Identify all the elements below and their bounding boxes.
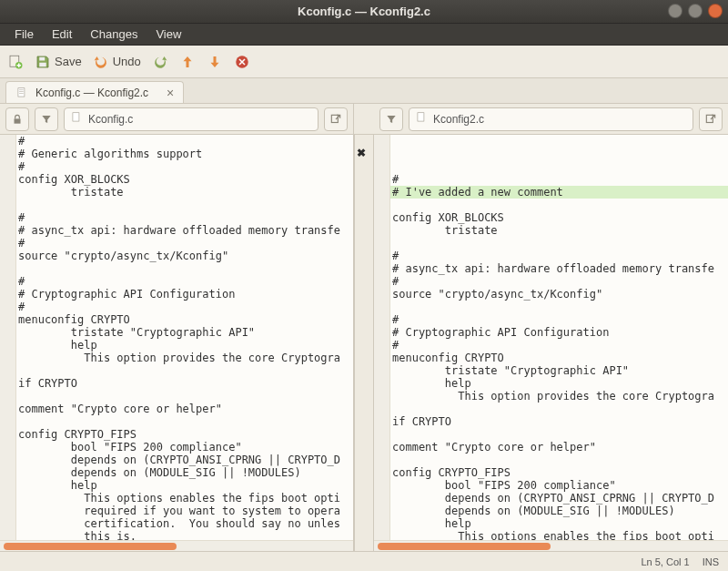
code-line: This option provides the core Cryptogra (16, 352, 353, 364)
pane-headers: Kconfig.c Kconfig2.c (0, 104, 728, 135)
code-line: depends on (MODULE_SIG || !MODULES) (16, 466, 353, 479)
titlebar: Kconfig.c — Kconfig2.c (0, 0, 728, 24)
code-line: menuconfig CRYPTO (390, 352, 728, 364)
code-line: tristate (390, 224, 728, 237)
code-line: help (390, 377, 728, 390)
code-line: This options enables the fips boot opti (390, 530, 728, 540)
cursor-position: Ln 5, Col 1 (641, 556, 689, 567)
svg-rect-7 (19, 91, 24, 92)
code-line: config XOR_BLOCKS (390, 211, 728, 224)
new-comparison-button[interactable] (7, 54, 24, 70)
mid-gutter: ✖ (354, 135, 374, 551)
code-line: certification. You should say no unles (16, 517, 353, 530)
code-line: config CRYPTO_FIPS (390, 466, 728, 479)
diff-panes: ## Generic algorithms support#config XOR… (0, 135, 728, 551)
save-button[interactable]: Save (35, 54, 82, 70)
left-hscroll[interactable] (0, 540, 353, 551)
stop-button[interactable] (234, 54, 250, 70)
left-filename: Kconfig.c (88, 113, 133, 126)
right-file-path[interactable]: Kconfig2.c (409, 107, 693, 131)
code-line (16, 364, 353, 377)
svg-rect-2 (39, 56, 45, 60)
code-line: # (16, 301, 353, 313)
document-icon (415, 111, 428, 127)
code-line: # (390, 339, 728, 352)
toolbar: Save Undo (0, 46, 728, 78)
right-gutter (374, 135, 390, 540)
left-code-lines: ## Generic algorithms support#config XOR… (16, 135, 353, 540)
insert-mode: INS (703, 556, 719, 567)
code-line: if CRYPTO (16, 377, 353, 390)
filter-button-left[interactable] (35, 107, 58, 131)
right-hscroll-thumb[interactable] (378, 543, 551, 550)
code-line (390, 403, 728, 415)
save-label: Save (55, 55, 82, 68)
code-line: this is. (16, 530, 353, 540)
statusbar: Ln 5, Col 1 INS (0, 551, 728, 571)
menu-file[interactable]: File (5, 25, 43, 43)
right-code-area[interactable]: ## I've added a new comment config XOR_B… (374, 135, 728, 551)
filter-button-right[interactable] (379, 107, 403, 131)
window-title: Kconfig.c — Kconfig2.c (0, 5, 728, 18)
undo-label: Undo (113, 55, 141, 68)
code-line: # (16, 275, 353, 288)
svg-rect-12 (418, 113, 424, 121)
svg-rect-9 (15, 118, 21, 123)
diff-reject-icon[interactable]: ✖ (357, 147, 366, 159)
tab-comparison[interactable]: Kconfig.c — Kconfig2.c × (5, 81, 184, 103)
open-external-left[interactable] (324, 107, 348, 131)
code-line (390, 237, 728, 250)
code-line: # (16, 211, 353, 224)
code-line: config XOR_BLOCKS (16, 173, 353, 186)
maximize-button[interactable] (688, 4, 703, 18)
document-icon (70, 111, 83, 127)
code-line: help (16, 479, 353, 492)
code-line: This options enables the fips boot opti (16, 492, 353, 505)
code-line: # Generic algorithms support (16, 148, 353, 160)
code-line: depends on (MODULE_SIG || !MODULES) (390, 505, 728, 517)
undo-button[interactable]: Undo (93, 54, 141, 70)
code-line: # async_tx api: hardware offloaded memor… (16, 224, 353, 237)
code-line: depends on (CRYPTO_ANSI_CPRNG || CRYPTO_… (390, 492, 728, 505)
code-line: tristate "Cryptographic API" (390, 364, 728, 377)
code-line: # (390, 313, 728, 326)
document-icon (15, 87, 28, 99)
code-line: tristate "Cryptographic API" (16, 326, 353, 339)
right-code-lines: ## I've added a new comment config XOR_B… (390, 135, 728, 540)
right-hscroll[interactable] (374, 540, 728, 551)
close-button[interactable] (708, 4, 723, 18)
code-line: # I've added a new comment (390, 186, 728, 199)
minimize-button[interactable] (668, 4, 682, 18)
code-line: This option provides the core Cryptogra (390, 390, 728, 403)
code-line: tristate (16, 186, 353, 199)
push-down-button[interactable] (207, 54, 223, 70)
redo-button[interactable] (152, 54, 168, 70)
tabbar: Kconfig.c — Kconfig2.c × (0, 78, 728, 104)
menu-edit[interactable]: Edit (43, 25, 81, 43)
left-hscroll-thumb[interactable] (4, 543, 177, 550)
svg-rect-8 (19, 93, 24, 94)
left-code-area[interactable]: ## Generic algorithms support#config XOR… (0, 135, 354, 551)
menu-view[interactable]: View (147, 25, 190, 43)
code-line: menuconfig CRYPTO (16, 313, 353, 326)
code-line: bool "FIPS 200 compliance" (390, 479, 728, 492)
svg-rect-5 (18, 87, 25, 96)
code-line: comment "Crypto core or helper" (390, 441, 728, 454)
push-up-button[interactable] (179, 54, 196, 70)
code-line: source "crypto/async_tx/Kconfig" (16, 250, 353, 262)
open-external-right[interactable] (699, 107, 723, 131)
menu-changes[interactable]: Changes (81, 25, 147, 43)
code-line: help (390, 517, 728, 530)
code-line: help (16, 339, 353, 352)
svg-rect-3 (39, 62, 46, 66)
tab-label: Kconfig.c — Kconfig2.c (35, 87, 148, 99)
lock-button-left[interactable] (5, 107, 29, 131)
left-file-path[interactable]: Kconfig.c (64, 107, 318, 131)
code-line: # (16, 237, 353, 250)
code-line (16, 415, 353, 428)
right-pane-header: Kconfig2.c (374, 104, 728, 135)
code-line (390, 301, 728, 313)
svg-rect-10 (73, 113, 79, 121)
code-line: # async_tx api: hardware offloaded memor… (390, 262, 728, 275)
tab-close-icon[interactable]: × (156, 86, 174, 100)
